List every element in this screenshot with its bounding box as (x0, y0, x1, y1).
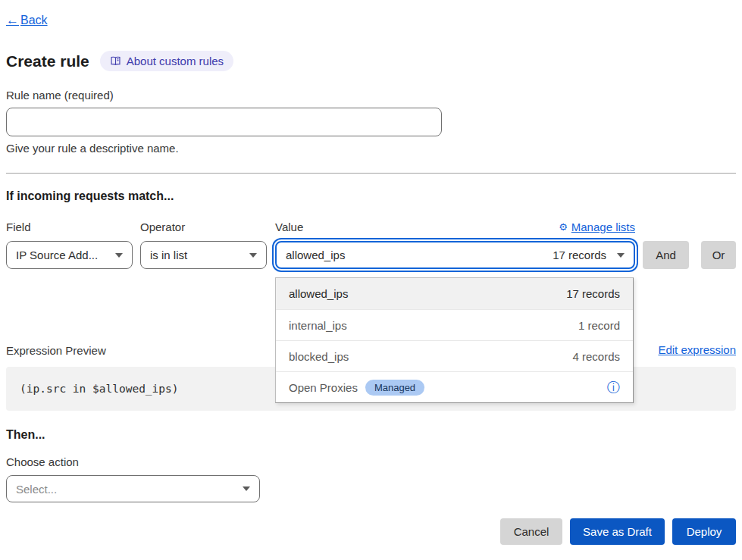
deploy-button[interactable]: Deploy (672, 518, 736, 545)
field-select-value: IP Source Add... (16, 249, 98, 261)
operator-select[interactable]: is in list (140, 241, 267, 269)
list-name: internal_ips (289, 319, 347, 332)
section-divider (6, 173, 736, 174)
save-as-draft-button[interactable]: Save as Draft (570, 518, 665, 545)
gear-icon: ⚙ (559, 221, 568, 233)
value-label: Value (275, 221, 303, 233)
book-icon (110, 55, 121, 67)
manage-lists-link[interactable]: ⚙ Manage lists (552, 221, 635, 233)
about-custom-rules-link[interactable]: About custom rules (100, 51, 233, 71)
expression-code: (ip.src in $allowed_ips) (20, 383, 179, 395)
action-select[interactable]: Select... (6, 475, 260, 502)
create-rule-page: ← Back Create rule About custom rules Ru… (0, 0, 742, 560)
chevron-down-icon (249, 253, 257, 258)
cancel-button[interactable]: Cancel (500, 518, 562, 545)
list-record-count: 1 record (578, 319, 620, 332)
list-name: allowed_ips (289, 287, 348, 300)
chevron-down-icon (243, 486, 250, 491)
expression-preview-label: Expression Preview (6, 344, 106, 357)
rule-name-input[interactable] (6, 108, 442, 136)
chevron-down-icon (115, 253, 123, 258)
chevron-down-icon (617, 253, 625, 258)
list-item-blocked-ips[interactable]: blocked_ips 4 records (276, 340, 633, 371)
list-item-allowed-ips[interactable]: allowed_ips 17 records (276, 278, 633, 309)
back-label: Back (20, 14, 48, 27)
about-custom-rules-label: About custom rules (127, 55, 224, 67)
list-name: Open Proxies (289, 381, 358, 394)
choose-action-label: Choose action (6, 455, 79, 468)
or-button[interactable]: Or (701, 241, 736, 269)
value-dropdown-panel: allowed_ips 17 records internal_ips 1 re… (275, 277, 634, 403)
list-name: blocked_ips (289, 350, 349, 363)
list-item-internal-ips[interactable]: internal_ips 1 record (276, 309, 633, 340)
value-select[interactable]: allowed_ips 17 records (275, 241, 635, 269)
operator-select-value: is in list (150, 249, 187, 261)
rule-name-helper-text: Give your rule a descriptive name. (6, 142, 179, 155)
then-section-heading: Then... (6, 428, 45, 442)
list-record-count: 17 records (566, 287, 620, 300)
list-item-open-proxies[interactable]: Open Proxies Managed ⓘ (276, 371, 633, 402)
value-select-value: allowed_ips (286, 249, 345, 261)
back-arrow-icon: ← (6, 13, 19, 28)
list-record-count: 4 records (572, 350, 620, 363)
managed-badge: Managed (365, 380, 424, 396)
field-select[interactable]: IP Source Add... (6, 241, 133, 269)
manage-lists-label: Manage lists (571, 221, 635, 233)
operator-label: Operator (140, 221, 185, 233)
rule-name-label: Rule name (required) (6, 89, 114, 102)
info-icon[interactable]: ⓘ (607, 381, 620, 394)
back-link[interactable]: ← Back (6, 13, 48, 28)
action-select-placeholder: Select... (16, 483, 57, 496)
match-section-heading: If incoming requests match... (6, 189, 174, 203)
title-row: Create rule About custom rules (6, 51, 233, 71)
field-label: Field (6, 221, 31, 233)
value-select-record-count: 17 records (553, 249, 606, 261)
page-title: Create rule (6, 52, 89, 70)
and-button[interactable]: And (643, 241, 689, 269)
edit-expression-link[interactable]: Edit expression (658, 343, 736, 356)
